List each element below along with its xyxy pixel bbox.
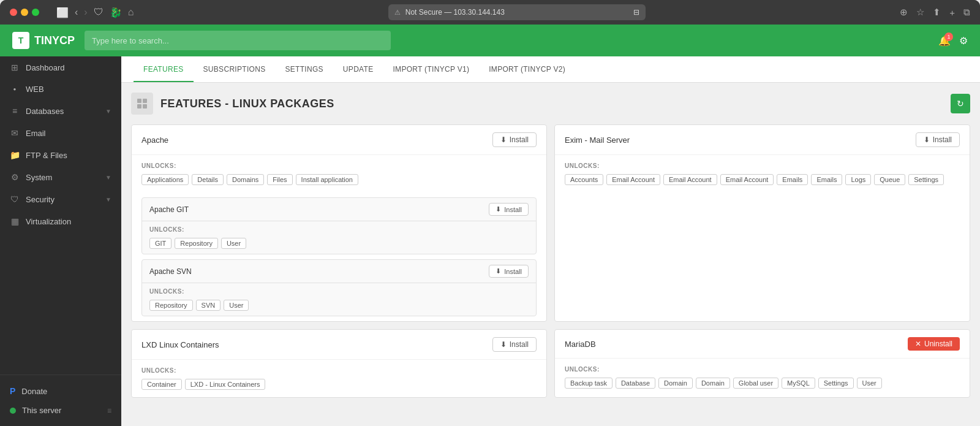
tab-settings[interactable]: SETTINGS <box>275 56 333 82</box>
dashboard-icon: ⊞ <box>10 63 20 72</box>
minimize-button[interactable] <box>21 9 28 16</box>
tag: Applications <box>141 174 189 185</box>
sidebar-item-ftp[interactable]: 📁 FTP & Files <box>0 144 121 166</box>
sidebar-label-virtualization: Virtualization <box>26 217 71 226</box>
package-name-lxd: LXD Linux Containers <box>141 340 219 349</box>
search-input[interactable] <box>85 31 391 50</box>
logo-icon: T <box>12 32 29 49</box>
address-bar[interactable]: ⚠ Not Secure — 103.30.144.143 ⊟ <box>388 4 646 20</box>
tag: Container <box>141 379 182 390</box>
extensions-icon[interactable]: 🐉 <box>110 7 122 18</box>
sidebar-server[interactable]: This server ≡ <box>0 401 121 420</box>
tab-update[interactable]: UPDATE <box>333 56 383 82</box>
refresh-button[interactable]: ↻ <box>951 94 970 113</box>
sub-package-name-svn: Apache SVN <box>149 267 192 276</box>
maximize-button[interactable] <box>32 9 39 16</box>
unlocks-label-git: UNLOCKS: <box>149 226 529 233</box>
sidebar-donate[interactable]: P Donate <box>0 381 121 401</box>
sidebar-item-security[interactable]: 🛡 Security ▼ <box>0 188 121 210</box>
home-icon[interactable]: ⌂ <box>128 7 134 18</box>
sidebar: ⊞ Dashboard ● WEB ≡ Databases ▼ ✉ Email <box>0 56 121 426</box>
package-name-exim: Exim - Mail Server <box>565 135 630 145</box>
share-icon[interactable]: ⬆ <box>933 7 941 18</box>
package-header-apache: Apache ⬇ Install <box>132 125 546 155</box>
sub-package-body-git: UNLOCKS: GIT Repository User <box>142 221 536 254</box>
back-icon[interactable]: ‹ <box>75 7 78 18</box>
install-button-svn[interactable]: ⬇ Install <box>489 265 529 278</box>
install-label-apache: Install <box>510 135 529 144</box>
lock-icon: ⚠ <box>394 9 401 17</box>
install-label-svn: Install <box>504 268 522 275</box>
install-label-git: Install <box>504 206 522 213</box>
web-icon: ● <box>10 86 20 92</box>
notification-bell[interactable]: 🔔 1 <box>938 35 951 47</box>
tag: MySQL <box>782 378 815 389</box>
forward-icon: › <box>84 7 87 18</box>
tag: LXD - Linux Containers <box>185 379 266 390</box>
install-button-lxd[interactable]: ⬇ Install <box>492 337 537 352</box>
package-header-mariadb: MariaDB ✕ Uninstall <box>555 330 970 359</box>
tag: SVN <box>196 300 221 311</box>
tab-features[interactable]: FEATURES <box>134 56 194 82</box>
settings-icon[interactable]: ⚙ <box>959 35 968 47</box>
tab-import-v1[interactable]: IMPORT (TINYCP V1) <box>383 56 479 82</box>
sidebar-toggle-icon[interactable]: ⬜ <box>56 7 69 18</box>
sidebar-item-email[interactable]: ✉ Email <box>0 122 121 144</box>
app-wrapper: T TINYCP 🔔 1 ⚙ ⊞ Dashboard ● <box>0 25 980 426</box>
databases-icon: ≡ <box>10 106 20 116</box>
install-button-apache[interactable]: ⬇ Install <box>492 132 537 147</box>
svg-rect-1 <box>143 99 147 103</box>
tab-subscriptions[interactable]: SUBSCRIPTIONS <box>194 56 276 82</box>
chevron-down-icon: ▼ <box>105 196 111 203</box>
tag: Global user <box>733 378 778 389</box>
address-bar-wrapper: ⚠ Not Secure — 103.30.144.143 ⊟ <box>141 4 892 20</box>
bookmark-icon[interactable]: ☆ <box>916 7 924 18</box>
new-tab-icon[interactable]: + <box>949 7 955 18</box>
page-icon <box>131 93 153 115</box>
sidebar-item-dashboard[interactable]: ⊞ Dashboard <box>0 56 121 78</box>
sidebar-item-system[interactable]: ⚙ System ▼ <box>0 166 121 188</box>
unlocks-label-apache: UNLOCKS: <box>141 162 537 169</box>
package-card-lxd: LXD Linux Containers ⬇ Install UNLOCKS: … <box>131 329 547 398</box>
sidebar-item-databases[interactable]: ≡ Databases ▼ <box>0 100 121 122</box>
security-icon: 🛡 <box>10 194 20 204</box>
sidebar-item-web[interactable]: ● WEB <box>0 78 121 100</box>
uninstall-label-mariadb: Uninstall <box>924 340 952 348</box>
address-text: Not Secure — 103.30.144.143 <box>405 8 505 17</box>
server-menu-icon[interactable]: ≡ <box>107 406 111 415</box>
close-button[interactable] <box>10 9 17 16</box>
packages-grid: Apache ⬇ Install UNLOCKS: Applications <box>131 124 970 398</box>
browser-window: ⬜ ‹ › 🛡 🐉 ⌂ ⚠ Not Secure — 103.30.144.14… <box>0 0 980 426</box>
unlocks-label-exim: UNLOCKS: <box>565 162 960 169</box>
page-header: FEATURES - LINUX PACKAGES ↻ <box>131 93 970 115</box>
sub-package-apache-svn: Apache SVN ⬇ Install UNLOCKS: R <box>141 259 537 316</box>
download-icon: ⬇ <box>496 267 501 275</box>
install-label-exim: Install <box>933 135 952 144</box>
browser-nav-controls: ⬜ ‹ › 🛡 🐉 ⌂ <box>56 7 134 18</box>
svg-rect-0 <box>137 99 141 103</box>
tab-import-v2[interactable]: IMPORT (TINYCP V2) <box>479 56 575 82</box>
install-button-exim[interactable]: ⬇ Install <box>916 132 960 147</box>
exim-tags: Accounts Email Account Email Account Ema… <box>565 174 960 185</box>
tag: Database <box>616 378 655 389</box>
tag: GIT <box>149 238 172 249</box>
uninstall-button-mariadb[interactable]: ✕ Uninstall <box>908 337 960 351</box>
tag: Emails <box>777 174 808 185</box>
sidebar-item-virtualization[interactable]: ▦ Virtualization <box>0 210 121 232</box>
download-icon[interactable]: ⊕ <box>900 7 908 18</box>
sidebar-label-system: System <box>26 173 52 182</box>
download-icon: ⬇ <box>500 135 507 144</box>
tag: User <box>221 238 246 249</box>
tag: Install application <box>296 174 358 185</box>
tag: Details <box>192 174 224 185</box>
sidebar-label-security: Security <box>26 195 55 204</box>
tabs-icon[interactable]: ⧉ <box>963 7 970 18</box>
page-title: FEATURES - LINUX PACKAGES <box>160 97 334 110</box>
system-icon: ⚙ <box>10 172 20 182</box>
package-name-mariadb: MariaDB <box>565 340 596 349</box>
svg-rect-2 <box>137 104 141 108</box>
sub-package-header-svn: Apache SVN ⬇ Install <box>142 260 536 283</box>
tag: Accounts <box>565 174 603 185</box>
install-button-git[interactable]: ⬇ Install <box>489 203 529 216</box>
page-title-area: FEATURES - LINUX PACKAGES <box>131 93 334 115</box>
